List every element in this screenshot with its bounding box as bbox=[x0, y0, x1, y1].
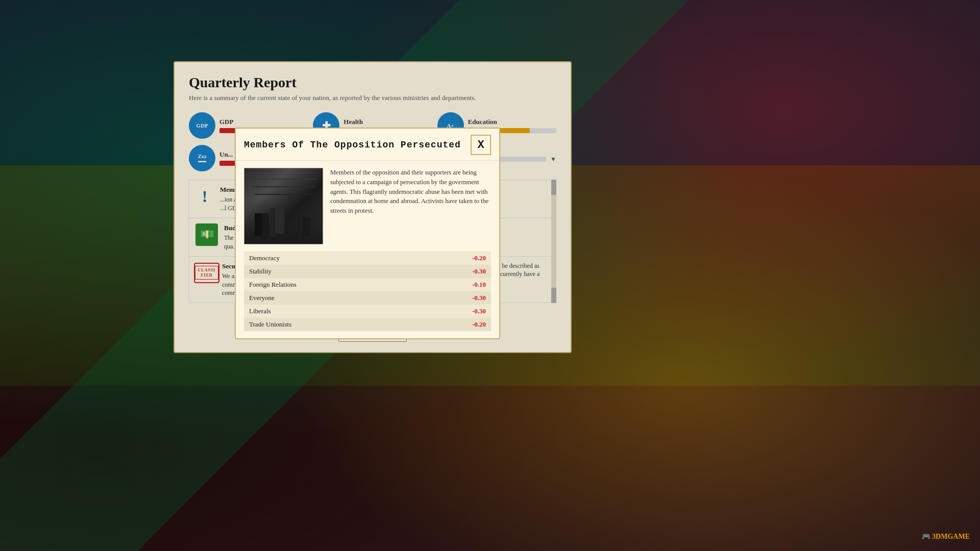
effect-trade-value: -0.20 bbox=[472, 320, 486, 329]
figure1 bbox=[255, 213, 262, 236]
effect-liberals-value: -0.30 bbox=[472, 307, 486, 315]
modal-effects: Democracy -0.20 Stability -0.30 Foreign … bbox=[244, 252, 491, 331]
effect-foreign-label: Foreign Relations bbox=[249, 281, 297, 289]
watermark-text: 3DMGAME bbox=[932, 533, 970, 540]
effect-democracy-value: -0.20 bbox=[472, 254, 486, 262]
modal-title: Members Of The Opposition Persecuted bbox=[244, 140, 461, 150]
modal-body: Members of the opposition and their supp… bbox=[236, 161, 499, 252]
effect-liberals-label: Liberals bbox=[249, 307, 271, 315]
effect-row-democracy: Democracy -0.20 bbox=[244, 252, 491, 265]
effect-stability-value: -0.30 bbox=[472, 267, 486, 276]
modal-description: Members of the opposition and their supp… bbox=[330, 168, 491, 244]
effect-trade-label: Trade Unionists bbox=[249, 320, 291, 329]
effect-row-trade-unionists: Trade Unionists -0.20 bbox=[244, 318, 491, 331]
effect-foreign-value: -0.10 bbox=[472, 281, 486, 289]
effect-row-liberals: Liberals -0.30 bbox=[244, 305, 491, 318]
persecution-modal: Members Of The Opposition Persecuted X M… bbox=[235, 128, 500, 339]
effect-row-stability: Stability -0.30 bbox=[244, 265, 491, 278]
effect-everyone-label: Everyone bbox=[249, 294, 275, 302]
effect-stability-label: Stability bbox=[249, 267, 272, 276]
modal-image bbox=[244, 168, 323, 244]
watermark-icon: 🎮 bbox=[922, 533, 930, 540]
modal-close-button[interactable]: X bbox=[471, 135, 491, 155]
modal-header: Members Of The Opposition Persecuted X bbox=[236, 129, 499, 161]
figure2 bbox=[270, 208, 276, 236]
figure3 bbox=[303, 217, 310, 236]
effect-row-everyone: Everyone -0.30 bbox=[244, 291, 491, 305]
effect-everyone-value: -0.30 bbox=[472, 294, 486, 302]
effect-democracy-label: Democracy bbox=[249, 254, 280, 262]
watermark: 🎮 3DMGAME bbox=[922, 532, 970, 541]
effect-row-foreign-relations: Foreign Relations -0.10 bbox=[244, 278, 491, 291]
